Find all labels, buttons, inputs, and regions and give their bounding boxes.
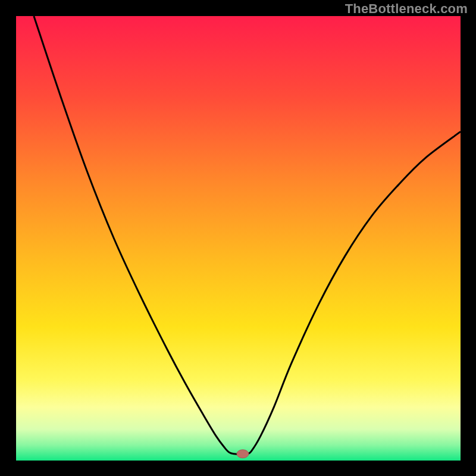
chart-stage: TheBottleneck.com — [0, 0, 476, 476]
chart-svg — [0, 0, 476, 476]
watermark-text: TheBottleneck.com — [345, 1, 468, 17]
optimal-point-marker — [237, 450, 249, 458]
plot-background-gradient — [16, 16, 461, 461]
